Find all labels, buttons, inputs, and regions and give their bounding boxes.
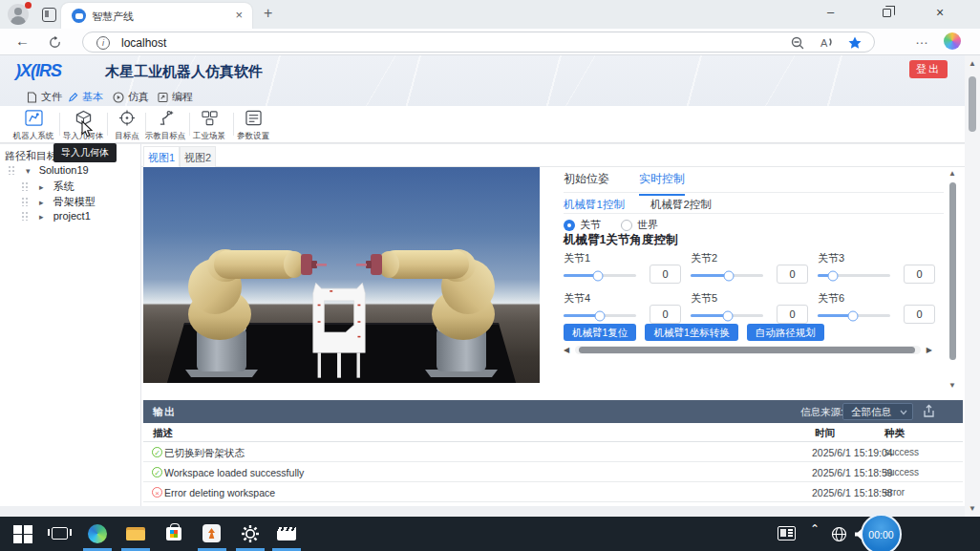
start-button[interactable]	[13, 524, 32, 543]
tab-arm1-control[interactable]: 机械臂1控制	[564, 198, 625, 212]
panel-horizontal-scrollbar[interactable]: ◀ ▶	[564, 345, 932, 356]
browser-tab[interactable]: 智慧产线 ×	[61, 3, 252, 29]
browser-menu-icon[interactable]: …	[915, 32, 929, 47]
pinned-app-icon[interactable]	[202, 524, 222, 543]
scrollbar-track[interactable]	[575, 346, 921, 354]
output-row[interactable]: × Error deleting workspace 2025/6/1 15:1…	[143, 482, 963, 502]
drag-handle-icon[interactable]	[21, 197, 28, 206]
scrollbar-thumb[interactable]	[969, 76, 976, 132]
source-dropdown[interactable]: 全部信息	[842, 403, 913, 420]
tree-item-project1[interactable]: ▸ project1	[21, 210, 91, 225]
panel-vertical-scrollbar[interactable]: ▲ ▼	[948, 169, 959, 391]
file-explorer-icon[interactable]	[126, 524, 145, 543]
radio-world[interactable]: 世界	[621, 218, 658, 232]
slider-thumb[interactable]	[848, 310, 859, 321]
output-row[interactable]: ✓ 已切换到骨架状态 2025/6/1 15:19:04 success	[143, 442, 963, 462]
joint1-input[interactable]	[650, 265, 681, 284]
joint5-slider[interactable]	[691, 314, 763, 317]
joint2-input[interactable]	[777, 265, 808, 284]
tab-close-icon[interactable]: ×	[235, 9, 243, 22]
tree-item-system[interactable]: ▸ 系统	[21, 180, 75, 195]
slider-thumb[interactable]	[595, 310, 606, 321]
tab-view1[interactable]: 视图1	[143, 146, 180, 167]
scroll-up-icon[interactable]: ▲	[948, 169, 956, 178]
joint6-slider[interactable]	[818, 314, 890, 317]
scroll-right-icon[interactable]: ▶	[927, 346, 932, 354]
joint3-input[interactable]	[904, 265, 935, 284]
scroll-up-icon[interactable]: ▲	[969, 59, 976, 68]
new-tab-button[interactable]: +	[264, 5, 272, 22]
refresh-icon[interactable]	[48, 35, 62, 50]
slider-thumb[interactable]	[827, 270, 838, 281]
drag-handle-icon[interactable]	[21, 211, 28, 221]
tray-expand-icon[interactable]: ⌃	[810, 522, 820, 536]
joint3-slider[interactable]	[818, 274, 890, 277]
widgets-icon[interactable]	[778, 526, 796, 540]
scroll-down-icon[interactable]: ▼	[948, 381, 956, 390]
caret-right-icon[interactable]: ▸	[39, 198, 44, 207]
robot-arm-right[interactable]	[352, 234, 526, 379]
workpiece-frame[interactable]	[304, 278, 374, 381]
settings-gear-icon[interactable]	[241, 524, 260, 543]
arm1-reset-button[interactable]: 机械臂1复位	[564, 324, 636, 341]
toolbar-teach-target[interactable]: 示教目标点	[143, 109, 187, 140]
address-input[interactable]: i localhost A	[82, 32, 875, 53]
video-editor-icon[interactable]	[277, 524, 296, 543]
joint6-input[interactable]	[904, 305, 935, 324]
caret-right-icon[interactable]: ▸	[39, 182, 44, 192]
menu-tab-simulation[interactable]: 仿真	[113, 88, 149, 106]
joint2-slider[interactable]	[691, 274, 763, 277]
copilot-icon[interactable]	[944, 32, 961, 50]
tree-item-solution[interactable]: ▾ Solution19	[8, 164, 89, 180]
menu-tab-programming[interactable]: 编程	[158, 88, 193, 106]
favorite-star-icon[interactable]	[847, 35, 863, 51]
tab-view2[interactable]: 视图2	[180, 146, 216, 167]
recording-timer-badge[interactable]: 00:00	[861, 514, 902, 551]
slider-thumb[interactable]	[722, 310, 733, 321]
tree-item-skeleton-model[interactable]: ▸ 骨架模型	[21, 195, 96, 210]
scroll-down-icon[interactable]: ▼	[969, 504, 976, 513]
joint4-slider[interactable]	[564, 314, 636, 317]
window-close-button[interactable]: ×	[936, 5, 944, 20]
menu-tab-basic[interactable]: 基本	[68, 88, 103, 106]
window-minimize-button[interactable]: –	[827, 5, 834, 19]
edge-taskbar-icon[interactable]	[88, 524, 107, 543]
page-scrollbar[interactable]: ▲ ▼	[965, 55, 980, 517]
site-info-icon[interactable]: i	[96, 36, 110, 50]
joint1-slider[interactable]	[564, 274, 636, 277]
slider-thumb[interactable]	[592, 270, 603, 281]
menu-tab-file[interactable]: 文件	[27, 88, 62, 106]
network-globe-icon[interactable]	[831, 526, 847, 542]
tab-initial-pose[interactable]: 初始位姿	[564, 171, 609, 194]
scrollbar-thumb[interactable]	[949, 182, 956, 360]
radio-joint[interactable]: 关节	[564, 218, 601, 232]
drag-handle-icon[interactable]	[8, 165, 14, 175]
caret-down-icon[interactable]: ▾	[26, 166, 31, 176]
window-restore-button[interactable]	[883, 9, 891, 17]
export-icon[interactable]	[923, 404, 935, 418]
output-row[interactable]: ✓ Workspace loaded successfully 2025/6/1…	[143, 462, 963, 482]
joint4-input[interactable]	[650, 305, 681, 324]
drag-handle-icon[interactable]	[21, 181, 28, 191]
viewport-3d[interactable]	[143, 167, 540, 383]
read-aloud-icon[interactable]: A	[819, 35, 834, 51]
scroll-left-icon[interactable]: ◀	[564, 346, 569, 354]
joint5-input[interactable]	[777, 305, 808, 324]
caret-right-icon[interactable]: ▸	[39, 212, 44, 222]
slider-thumb[interactable]	[723, 270, 734, 281]
toolbar-robot-system[interactable]: 机器人系统	[11, 109, 55, 140]
arm1-coordinate-convert-button[interactable]: 机械臂1坐标转换	[645, 324, 737, 341]
back-button[interactable]: ←	[15, 32, 30, 49]
auto-path-planning-button[interactable]: 自动路径规划	[747, 324, 824, 341]
tab-arm2-control[interactable]: 机械臂2控制	[650, 198, 712, 212]
logout-button[interactable]: 登出	[909, 60, 948, 78]
toolbar-industrial-scene[interactable]: 工业场景	[187, 109, 231, 140]
toolbar-parameter-settings[interactable]: 参数设置	[231, 109, 275, 140]
scrollbar-thumb[interactable]	[579, 347, 915, 353]
task-view-icon[interactable]	[52, 524, 71, 543]
tab-actions-icon[interactable]	[42, 8, 56, 22]
browser-tabstrip: 智慧产线 × + – ×	[0, 0, 980, 29]
store-icon[interactable]	[164, 524, 183, 543]
pen-icon	[68, 92, 78, 103]
zoom-out-icon[interactable]	[790, 35, 805, 51]
